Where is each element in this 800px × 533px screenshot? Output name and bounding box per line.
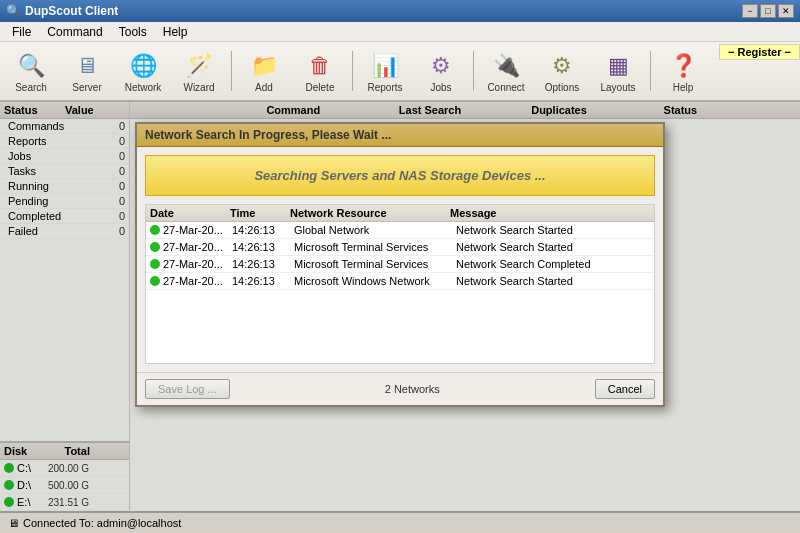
modal-footer: Save Log ... 2 Networks Cancel: [137, 372, 663, 405]
connect-icon: 🔌: [490, 50, 522, 82]
toolbar-sep-1: [231, 51, 232, 91]
modal-col-time: Time: [230, 207, 290, 219]
titlebar: 🔍 DupScout Client − □ ✕: [0, 0, 800, 22]
modal-row-1: 27-Mar-20... 14:26:13 Global Network Net…: [146, 222, 654, 239]
status-icon: 🖥: [8, 517, 19, 529]
modal-overlay: Network Search In Progress, Please Wait …: [0, 102, 800, 511]
help-label: Help: [673, 82, 694, 93]
menu-tools[interactable]: Tools: [111, 23, 155, 41]
status-text: Connected To: admin@localhost: [23, 517, 181, 529]
modal-dot-3: [150, 259, 160, 269]
layouts-icon: ▦: [602, 50, 634, 82]
title-text: DupScout Client: [25, 4, 118, 18]
toolbar-options[interactable]: ⚙ Options: [535, 44, 589, 98]
toolbar-connect[interactable]: 🔌 Connect: [479, 44, 533, 98]
save-log-button[interactable]: Save Log ...: [145, 379, 230, 399]
reports-label: Reports: [367, 82, 402, 93]
menu-file[interactable]: File: [4, 23, 39, 41]
modal-dot-4: [150, 276, 160, 286]
jobs-icon: ⚙: [425, 50, 457, 82]
maximize-button[interactable]: □: [760, 4, 776, 18]
toolbar-sep-4: [650, 51, 651, 91]
menubar: File Command Tools Help: [0, 22, 800, 42]
toolbar-sep-3: [473, 51, 474, 91]
modal-dot-1: [150, 225, 160, 235]
connect-label: Connect: [487, 82, 524, 93]
wizard-label: Wizard: [183, 82, 214, 93]
network-label: Network: [125, 82, 162, 93]
toolbar-reports[interactable]: 📊 Reports: [358, 44, 412, 98]
modal-body: Searching Servers and NAS Storage Device…: [137, 147, 663, 372]
jobs-label: Jobs: [430, 82, 451, 93]
search-icon: 🔍: [15, 50, 47, 82]
reports-icon: 📊: [369, 50, 401, 82]
window-controls: − □ ✕: [742, 4, 794, 18]
help-icon: ❓: [667, 50, 699, 82]
wizard-icon: 🪄: [183, 50, 215, 82]
toolbar-server[interactable]: 🖥 Server: [60, 44, 114, 98]
toolbar-sep-2: [352, 51, 353, 91]
toolbar-jobs[interactable]: ⚙ Jobs: [414, 44, 468, 98]
delete-icon: 🗑: [304, 50, 336, 82]
app-title: 🔍 DupScout Client: [6, 4, 118, 18]
toolbar-layouts[interactable]: ▦ Layouts: [591, 44, 645, 98]
cancel-button[interactable]: Cancel: [595, 379, 655, 399]
modal-col-message: Message: [450, 207, 650, 219]
toolbar-help[interactable]: ❓ Help: [656, 44, 710, 98]
modal-row-2: 27-Mar-20... 14:26:13 Microsoft Terminal…: [146, 239, 654, 256]
register-button[interactable]: − Register −: [719, 44, 800, 60]
network-count: 2 Networks: [385, 383, 440, 395]
toolbar-delete[interactable]: 🗑 Delete: [293, 44, 347, 98]
menu-command[interactable]: Command: [39, 23, 110, 41]
modal-col-resource: Network Resource: [290, 207, 450, 219]
search-label: Search: [15, 82, 47, 93]
toolbar: 🔍 Search 🖥 Server 🌐 Network 🪄 Wizard 📁 A…: [0, 42, 800, 102]
menu-help[interactable]: Help: [155, 23, 196, 41]
toolbar-wizard[interactable]: 🪄 Wizard: [172, 44, 226, 98]
delete-label: Delete: [306, 82, 335, 93]
layouts-label: Layouts: [600, 82, 635, 93]
toolbar-network[interactable]: 🌐 Network: [116, 44, 170, 98]
add-icon: 📁: [248, 50, 280, 82]
server-label: Server: [72, 82, 101, 93]
network-icon: 🌐: [127, 50, 159, 82]
app-icon: 🔍: [6, 4, 21, 18]
toolbar-search[interactable]: 🔍 Search: [4, 44, 58, 98]
minimize-button[interactable]: −: [742, 4, 758, 18]
close-button[interactable]: ✕: [778, 4, 794, 18]
statusbar: 🖥 Connected To: admin@localhost: [0, 511, 800, 533]
modal-dialog: Network Search In Progress, Please Wait …: [135, 122, 665, 407]
server-icon: 🖥: [71, 50, 103, 82]
search-banner: Searching Servers and NAS Storage Device…: [145, 155, 655, 196]
toolbar-add[interactable]: 📁 Add: [237, 44, 291, 98]
modal-table: Date Time Network Resource Message 27-Ma…: [145, 204, 655, 364]
modal-table-header: Date Time Network Resource Message: [146, 205, 654, 222]
modal-row-4: 27-Mar-20... 14:26:13 Microsoft Windows …: [146, 273, 654, 290]
options-icon: ⚙: [546, 50, 578, 82]
options-label: Options: [545, 82, 579, 93]
modal-dot-2: [150, 242, 160, 252]
add-label: Add: [255, 82, 273, 93]
modal-title: Network Search In Progress, Please Wait …: [137, 124, 663, 147]
modal-col-date: Date: [150, 207, 230, 219]
modal-row-3: 27-Mar-20... 14:26:13 Microsoft Terminal…: [146, 256, 654, 273]
